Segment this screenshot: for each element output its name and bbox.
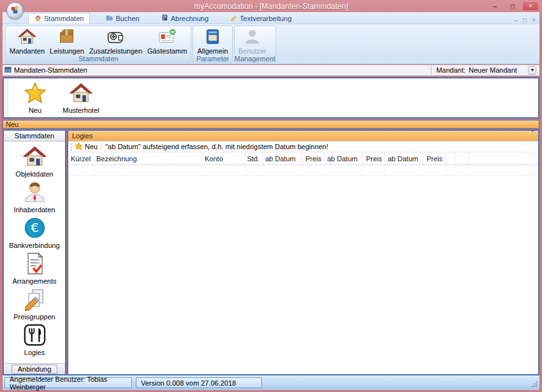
wallet-add-icon — [106, 27, 125, 47]
musterhotel-button[interactable]: Musterhotel — [62, 78, 100, 117]
sidebar-item-label: Preisgruppen — [13, 313, 55, 321]
window-icon — [4, 66, 11, 75]
tab-abrechnung[interactable]: Abrechnung — [156, 13, 214, 24]
resize-grip[interactable] — [532, 381, 538, 389]
column-header-bezeichnung[interactable]: Bezeichnung — [94, 152, 202, 164]
leistungen-button[interactable]: Leistungen — [47, 27, 87, 55]
column-header-preis-1[interactable]: Preis — [302, 152, 325, 164]
mdi-restore-button[interactable]: □ — [523, 17, 527, 24]
minimize-button[interactable]: – — [487, 1, 503, 11]
caption-title: Mandaten-Stammdaten — [14, 66, 87, 74]
sidebar-item-bankverbindung[interactable]: € Bankverbindung — [4, 216, 64, 249]
button-label: Zusatzleistungen — [89, 47, 142, 55]
section-header-neu: Neu — [3, 120, 539, 129]
star-icon — [24, 82, 47, 106]
euro-icon: € — [23, 216, 47, 241]
content-area: Stammdaten Objektdaten Inhaberdaten € Ba… — [3, 129, 539, 375]
column-header-preis-2[interactable]: Preis — [363, 152, 385, 164]
tab-stammdaten[interactable]: Stammdaten — [28, 13, 90, 24]
contact-add-icon — [158, 27, 177, 47]
mandant-combobox[interactable]: Mandant: Neuer Mandant — [431, 65, 538, 75]
panel-toolbar: Neu "ab Datum" aufsteigend erfassen, d.h… — [68, 142, 538, 152]
application-menu-button[interactable] — [6, 2, 24, 19]
status-version-panel: Version 0.008 vom 27.06.2018 — [136, 377, 262, 388]
zusatzleistungen-button[interactable]: Zusatzleistungen — [87, 27, 145, 55]
column-header-ab-datum-1[interactable]: ab Datum — [263, 152, 302, 164]
mdi-minimize-button[interactable]: – — [515, 17, 518, 24]
allgemein-button[interactable]: Allgemein — [194, 27, 230, 55]
button-label: Mandanten — [10, 47, 45, 55]
tab-label: Buchen — [115, 15, 139, 22]
mandanten-button[interactable]: Mandanten — [7, 27, 47, 55]
sidebar-header-stammdaten[interactable]: Stammdaten — [4, 131, 65, 142]
sidebar-item-arrangements[interactable]: Arrangements — [4, 252, 64, 285]
ribbon-group-label: Stammdaten — [6, 55, 191, 63]
sidebar-item-label: Logies — [24, 349, 45, 356]
toolbar-gutter — [4, 78, 8, 117]
document-caption-bar: Mandaten-Stammdaten Mandant: Neuer Manda… — [3, 65, 539, 76]
window-title: myAccomodation - [Mandanten-Stammdaten] — [194, 2, 348, 11]
button-label: Musterhotel — [62, 107, 99, 114]
button-label: Leistungen — [50, 47, 84, 55]
cutlery-icon — [23, 323, 47, 348]
column-header-empty — [446, 152, 455, 164]
button-label: Neu — [17, 107, 54, 114]
logies-panel: Logies Neu "ab Datum" aufsteigend erfass… — [67, 129, 539, 375]
sidebar-item-objektdaten[interactable]: Objektdaten — [4, 145, 64, 178]
ribbon-group-label: Parameter — [193, 55, 231, 63]
neu-button[interactable]: Neu — [16, 78, 54, 117]
sidebar-item-label: Bankverbindung — [9, 242, 60, 249]
house-icon — [18, 27, 36, 47]
mandant-value[interactable]: Neuer Mandant — [469, 66, 525, 74]
mdi-close-button[interactable]: × — [532, 17, 536, 24]
pages-pencil-icon — [23, 287, 47, 312]
toolbar-grip — [71, 143, 72, 150]
status-user-panel: Angemeldeter Benutzer: Tobias Weinberger — [4, 377, 132, 388]
tab-textverarbeitung[interactable]: Textverarbeitung — [224, 13, 297, 24]
column-header-std[interactable]: Std. — [245, 152, 263, 164]
logies-panel-header[interactable]: Logies — [68, 131, 538, 142]
panel-dropdown-button[interactable] — [531, 132, 534, 140]
panel-hint-text: "ab Datum" aufsteigend erfassen, d.h. mi… — [105, 143, 328, 150]
record-toolbar-panel: Neu Musterhotel — [3, 77, 539, 119]
sidebar-item-inhaberdaten[interactable]: Inhaberdaten — [4, 180, 64, 214]
tab-label: Stammdaten — [44, 15, 84, 22]
column-header-ab-datum-3[interactable]: ab Datum — [385, 152, 423, 164]
document-check-icon — [23, 252, 47, 277]
ribbon: Mandanten Leistungen Zusatzleistungen Gä… — [3, 24, 539, 64]
sidebar-footer-anbindung[interactable]: Anbindung — [4, 363, 65, 374]
package-icon — [57, 27, 76, 47]
house-icon — [23, 145, 47, 170]
panel-neu-button[interactable]: Neu — [85, 143, 98, 150]
button-label: Allgemein — [197, 47, 228, 55]
abrechnung-tab-icon — [161, 14, 168, 22]
button-label: Gästestamm — [147, 47, 187, 55]
tab-label: Textverarbeitung — [240, 15, 291, 22]
mandant-label: Mandant: — [436, 66, 465, 74]
sidebar-item-preisgruppen[interactable]: Preisgruppen — [4, 287, 64, 321]
column-header-preis-3[interactable]: Preis — [423, 152, 446, 164]
sidebar-item-logies[interactable]: Logies — [4, 323, 64, 356]
column-header-empty — [469, 152, 538, 164]
textverarbeitung-tab-icon — [230, 14, 237, 22]
gaestestamm-button[interactable]: Gästestamm — [145, 27, 189, 55]
column-header-ab-datum-2[interactable]: ab Datum — [325, 152, 363, 164]
app-logo-icon — [10, 5, 20, 17]
tab-buchen[interactable]: Buchen — [100, 13, 145, 24]
sidebar-footer-label: Anbindung — [11, 365, 58, 374]
toolbar-separator — [101, 143, 101, 150]
navigation-sidebar: Stammdaten Objektdaten Inhaberdaten € Ba… — [3, 129, 66, 375]
table-empty-row — [68, 165, 538, 176]
column-header-kuerzel[interactable]: Kürzel — [68, 152, 94, 164]
drawer-icon — [203, 27, 222, 47]
benutzer-button[interactable]: Benutzer — [236, 27, 269, 55]
ribbon-tab-bar: Stammdaten Buchen Abrechnung Textverarbe… — [3, 12, 539, 24]
ribbon-group-stammdaten: Mandanten Leistungen Zusatzleistungen Gä… — [5, 25, 191, 63]
maximize-button[interactable]: □ — [504, 1, 521, 11]
mandant-dropdown-button[interactable] — [528, 66, 536, 75]
column-header-konto[interactable]: Konto — [202, 152, 245, 164]
star-icon — [75, 142, 85, 152]
close-button[interactable]: × — [522, 1, 539, 11]
sidebar-item-label: Inhaberdaten — [14, 206, 55, 214]
ribbon-group-label: Management — [235, 55, 275, 63]
